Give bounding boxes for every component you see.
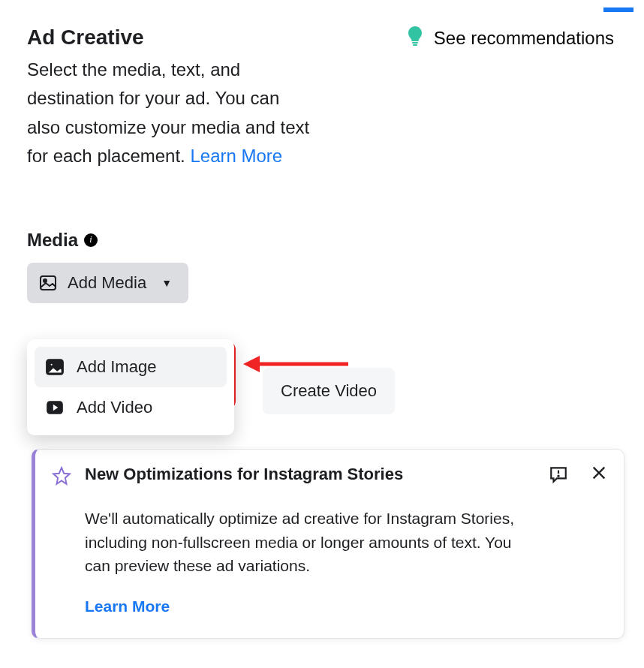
media-label: Media — [27, 230, 78, 251]
feedback-icon[interactable] — [549, 465, 568, 487]
svg-point-3 — [44, 279, 47, 282]
optimization-card: New Optimizations for Instagram Stories … — [32, 449, 624, 639]
card-text: We'll automatically optimize ad creative… — [85, 507, 526, 578]
menu-item-add-image[interactable]: Add Image — [35, 347, 227, 387]
svg-rect-2 — [41, 276, 56, 290]
add-media-button[interactable]: Add Media ▼ — [27, 263, 188, 303]
image-icon — [39, 274, 57, 292]
card-body: New Optimizations for Instagram Stories … — [85, 465, 526, 615]
star-icon — [52, 466, 71, 615]
see-recommendations-link[interactable]: See recommendations — [407, 26, 617, 51]
svg-point-9 — [558, 476, 558, 477]
media-label-row: Media i — [27, 230, 617, 251]
add-video-label: Add Video — [77, 398, 152, 417]
close-icon[interactable] — [591, 465, 607, 484]
header-row: Ad Creative See recommendations — [27, 26, 617, 51]
card-learn-more-link[interactable]: Learn More — [85, 597, 170, 615]
add-media-label: Add Media — [68, 273, 146, 293]
accent-bar — [603, 8, 633, 12]
menu-item-add-video[interactable]: Add Video — [35, 387, 227, 428]
caret-down-icon: ▼ — [161, 277, 172, 289]
recommendations-label: See recommendations — [434, 28, 614, 49]
add-media-dropdown: Add Image Add Video — [27, 339, 234, 435]
svg-rect-0 — [412, 42, 418, 44]
section-title: Ad Creative — [27, 26, 144, 50]
create-video-button[interactable]: Create Video — [263, 368, 395, 414]
svg-point-5 — [50, 363, 53, 366]
card-actions — [549, 465, 607, 615]
learn-more-link[interactable]: Learn More — [190, 146, 282, 166]
svg-rect-1 — [413, 44, 417, 46]
card-title: New Optimizations for Instagram Stories — [85, 465, 526, 484]
image-icon — [45, 357, 65, 377]
ad-creative-section: Ad Creative See recommendations Select t… — [0, 0, 644, 303]
video-icon — [45, 398, 65, 417]
info-icon[interactable]: i — [84, 233, 98, 247]
section-description: Select the media, text, and destination … — [27, 56, 312, 171]
bulb-icon — [407, 26, 423, 51]
add-image-label: Add Image — [77, 357, 156, 377]
